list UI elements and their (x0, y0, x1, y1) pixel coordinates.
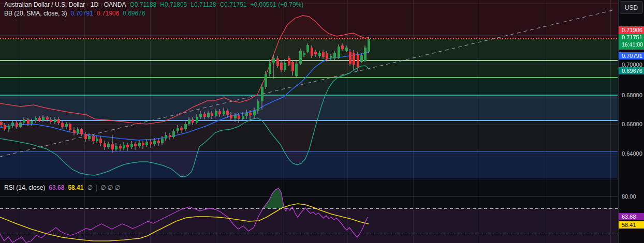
price-axis[interactable]: USD 0.719060.7175116:41:000.707910.70000… (618, 0, 644, 243)
price-axis-label: 80.00 (619, 193, 644, 200)
rsi-empty-value: ∅ (87, 184, 92, 192)
price-axis-label: 0.68000 (619, 92, 644, 99)
price-axis-label: 0.64000 (619, 150, 644, 157)
trading-chart-app: Australian Dollar / U.S. Dollar · 1D · O… (0, 0, 644, 243)
price-axis-label: 63.68 (619, 213, 644, 220)
symbol-legend[interactable]: Australian Dollar / U.S. Dollar · 1D · O… (4, 1, 303, 9)
price-axis-label: 0.66000 (619, 120, 644, 128)
price-axis-label: 0.7175116:41:00 (619, 34, 644, 50)
rsi-label: RSI (14, close) (4, 184, 45, 192)
ohlc-low: L0.71128 (191, 1, 216, 9)
rsi-value: 63.68 (49, 184, 64, 192)
price-axis-label: 0.70791 (619, 52, 644, 59)
price-axis-label: 0.71906 (619, 26, 644, 34)
bb-basis-value: 0.70791 (70, 10, 93, 18)
price-axis-label: 0.69676 (619, 67, 644, 74)
rsi-empty-values: ∅ ∅ ∅ (100, 184, 120, 192)
ohlc-high: H0.71805 (160, 1, 187, 9)
bb-label: BB (20, SMA, close, 3) (4, 10, 67, 18)
ohlc-close: C0.71751 (219, 1, 246, 9)
pane-separator[interactable] (0, 179, 644, 179)
legend-divider (96, 185, 97, 191)
bb-lower-value: 0.69676 (123, 10, 145, 18)
ohlc-change: +0.00561 (+0.79%) (251, 1, 304, 9)
rsi-ma-value: 58.41 (68, 184, 83, 192)
bb-upper-value: 0.71906 (97, 10, 119, 18)
currency-toggle-button[interactable]: USD (620, 1, 643, 14)
symbol-title: Australian Dollar / U.S. Dollar · 1D · O… (4, 1, 126, 9)
bar-countdown: 16:41:00 (622, 41, 644, 48)
rsi-pane (0, 188, 618, 243)
bb-legend[interactable]: BB (20, SMA, close, 3) 0.70791 0.71906 0… (4, 10, 145, 18)
price-axis-label: 58.41 (619, 221, 644, 229)
ohlc-open: O0.71188 (129, 1, 156, 9)
rsi-legend[interactable]: RSI (14, close) 63.68 58.41 ∅ ∅ ∅ ∅ (4, 184, 120, 192)
chart-canvas[interactable] (0, 0, 644, 243)
